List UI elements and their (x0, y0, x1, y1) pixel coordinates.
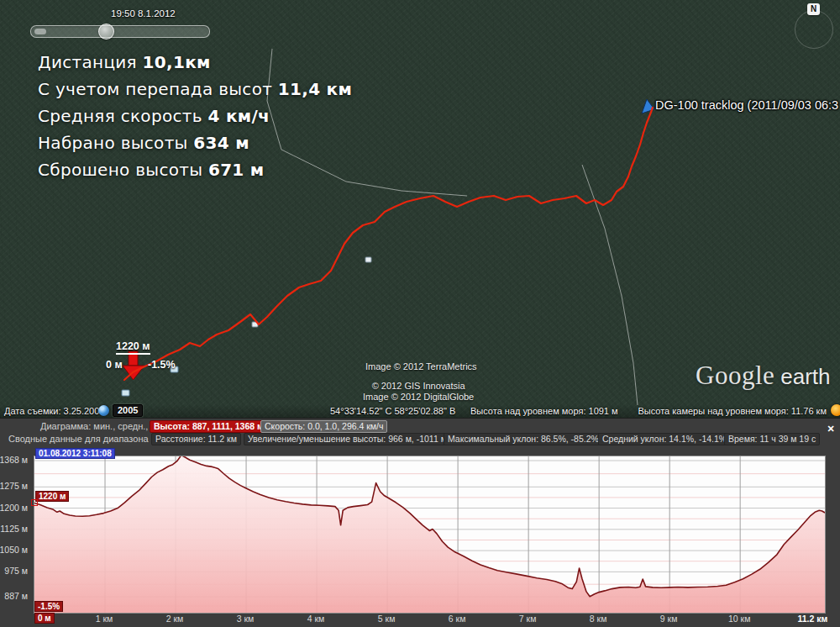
time-slider-handle[interactable] (98, 24, 114, 40)
x-axis-tick: 7 км (519, 614, 537, 624)
summary-max-slope: Максимальный уклон: 86.5%, -85.2% (444, 433, 603, 445)
elevation-chart-plot[interactable] (34, 456, 826, 614)
pointer-coordinates: 54°33'14.52" С 58°25'02.88" В (330, 406, 455, 416)
x-axis-tick: 8 км (590, 614, 607, 624)
cursor-timestamp-badge: 01.08.2012 3:11:08 (35, 448, 115, 459)
elevation-profile-panel: Диаграмма: мин., средн., макс Высота: 88… (0, 418, 840, 627)
x-axis-tick: 2 км (166, 614, 184, 624)
compass-north-button[interactable]: N (807, 3, 820, 15)
summary-elevation-gain: Увеличение/уменьшение высоты: 966 м, -10… (244, 433, 451, 445)
photo-icon[interactable] (122, 257, 371, 396)
summary-distance: Расстояние: 11.2 км (151, 433, 241, 445)
time-slider[interactable]: 19:50 8.1.2012 (25, 5, 214, 42)
y-axis-tick: 1368 м (0, 455, 28, 465)
y-axis-tick: 1050 м (0, 545, 28, 555)
stat-distance: Дистанция 10,1км (38, 49, 352, 76)
y-axis: 1368 м1275 м1200 м1125 м1050 м975 м887 м (0, 419, 31, 627)
stat-descent: Сброшено высоты 671 м (38, 156, 352, 183)
camera-altitude: Высота камеры над уровнем моря: 11.76 км (638, 406, 827, 416)
time-slider-track[interactable] (30, 25, 210, 38)
y-axis-tick: 887 м (4, 591, 28, 601)
red-down-arrow-icon (123, 351, 144, 380)
x-axis-tick: 3 км (237, 614, 255, 624)
y-axis-tick: 1200 м (0, 503, 28, 513)
stat-avg-speed: Средняя скорость 4 км/ч (38, 103, 352, 129)
profile-summary-row: Сводные данные для диапазона Расстояние:… (0, 433, 840, 445)
cursor-slope-badge: -1.5% (34, 601, 63, 612)
map-cursor-slope: -1.5% (148, 359, 176, 371)
historical-imagery-icon[interactable] (98, 405, 109, 416)
summary-time: Время: 11 ч 39 м 19 с (724, 433, 820, 445)
time-slider-range-mark[interactable] (34, 29, 46, 34)
x-axis-tick: 9 км (660, 614, 678, 624)
google-earth-logo: Googleearth (696, 361, 831, 391)
stat-ascent: Набрано высоты 634 м (38, 129, 352, 156)
y-axis-tick: 1275 м (0, 481, 28, 491)
elevation-chart-svg (34, 456, 825, 613)
imagery-attribution-2: © 2012 GIS Innovatsia Image © 2012 Digit… (363, 381, 474, 403)
map-cursor-elevation: 1220 м (116, 340, 150, 355)
cursor-elevation-badge: 1220 м (35, 491, 69, 502)
track-arrow-icon[interactable] (642, 99, 654, 113)
imagery-year-badge[interactable]: 2005 (113, 404, 143, 417)
profile-header-row: Диаграмма: мин., средн., макс Высота: 88… (0, 420, 840, 432)
cursor-distance-badge: 0 м (34, 613, 55, 624)
time-slider-date: 19:50 8.1.2012 (111, 8, 176, 18)
streaming-icon (831, 404, 840, 416)
map-cursor-distance: 0 м (106, 359, 123, 371)
y-axis-tick: 975 м (4, 566, 28, 576)
imagery-date: Дата съемки: 3.25.2005 (4, 406, 104, 416)
x-axis-tick: 6 км (449, 614, 466, 624)
x-axis-tick: 4 км (307, 614, 325, 624)
stat-distance-3d: С учетом перепада высот 11,4 км (38, 76, 352, 103)
y-axis-tick: 1125 м (0, 524, 28, 534)
map-view[interactable]: 19:50 8.1.2012 N Дистанция 10,1км С учет… (0, 0, 840, 418)
cursor-point-marker (31, 499, 38, 506)
track-stats-overlay: Дистанция 10,1км С учетом перепада высот… (38, 49, 352, 183)
status-bar: Дата съемки: 3.25.2005 2005 54°33'14.52"… (0, 404, 840, 418)
google-earth-window: 19:50 8.1.2012 N Дистанция 10,1км С учет… (0, 0, 840, 627)
imagery-attribution: Image © 2012 TerraMetrics (365, 361, 477, 371)
pointer-elevation: Высота над уровнем моря: 1091 м (470, 406, 618, 416)
x-axis-tick: 11.2 км (797, 614, 827, 624)
x-axis-tick: 1 км (96, 614, 113, 624)
tracklog-placemark-label[interactable]: DG-100 tracklog (2011/09/03 06:3 (655, 98, 838, 112)
summary-avg-slope: Средний уклон: 14.1%, -14.1% (598, 433, 731, 445)
x-axis: 1 км2 км3 км4 км5 км6 км7 км8 км9 км10 к… (0, 611, 840, 626)
speed-series-badge[interactable]: Скорость: 0.0, 1.0, 296.4 км/ч (260, 420, 387, 433)
x-axis-tick: 10 км (728, 614, 750, 624)
height-series-badge[interactable]: Высота: 887, 1111, 1368 м (150, 420, 268, 433)
compass-ring (795, 10, 833, 49)
x-axis-tick: 5 км (378, 614, 396, 624)
